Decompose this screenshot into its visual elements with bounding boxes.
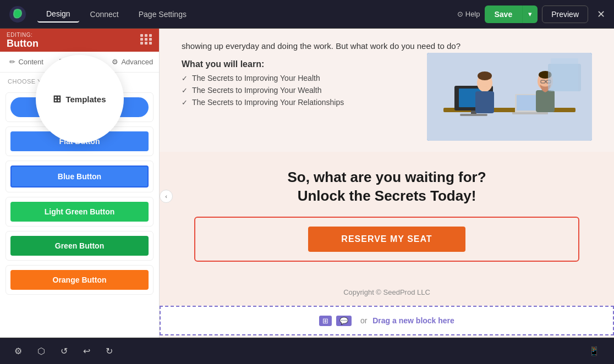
editing-name: Button	[7, 38, 39, 49]
check-icon-3: ✓	[182, 98, 188, 107]
orange-button[interactable]: Orange Button	[10, 270, 149, 290]
tab-advanced[interactable]: ⚙ Advanced	[106, 52, 159, 72]
cta-section: So, what are you waiting for? Unlock the…	[160, 152, 614, 278]
mobile-view-button[interactable]: 📱	[585, 343, 603, 360]
svg-rect-11	[475, 91, 494, 113]
redo-button[interactable]: ↻	[102, 343, 116, 360]
list-item: ✓ The Secrets to Improving Your Relation…	[182, 98, 410, 107]
edit-icon: ✏	[9, 58, 15, 66]
advanced-icon: ⚙	[112, 58, 118, 66]
body-text: showing up everyday and doing the work. …	[182, 40, 592, 53]
blue-button-item[interactable]: Blue Button	[6, 161, 154, 192]
canvas-footer: Copyright © SeedProd LLC	[160, 278, 614, 306]
tab-connect[interactable]: Connect	[81, 6, 128, 23]
check-icon-1: ✓	[182, 74, 188, 82]
editing-label: EDITING:	[7, 32, 39, 38]
undo-button[interactable]: ↩	[80, 343, 94, 360]
lightgreen-button[interactable]: Light Green Button	[10, 202, 149, 222]
bottom-toolbar: ⚙ ⬡ ↺ ↩ ↻ 📱	[0, 338, 614, 364]
save-btn-group: Save ▾	[485, 5, 538, 23]
list-item: ✓ The Secrets to Improving Your Health	[182, 74, 410, 82]
logo	[9, 5, 26, 23]
chat-icon-drop: 💬	[336, 316, 352, 326]
editing-header: EDITING: Button	[0, 29, 159, 52]
templates-overlay-label: Templates	[65, 95, 106, 104]
svg-rect-6	[460, 114, 487, 116]
side-image	[427, 53, 592, 141]
history-back-button[interactable]: ↺	[57, 343, 71, 360]
blue-button[interactable]: Blue Button	[10, 166, 149, 187]
green-button[interactable]: Green Button	[10, 236, 149, 256]
copyright-text: Copyright © SeedProd LLC	[343, 288, 430, 296]
nav-right: ⊙ Help Save ▾ Preview ✕	[457, 5, 605, 23]
content-row: What you will learn: ✓ The Secrets to Im…	[182, 53, 592, 141]
layers-button[interactable]: ⬡	[34, 343, 48, 360]
template-overlay-icon: ⊞	[53, 93, 61, 105]
canvas-area: ‹ showing up everyday and doing the work…	[160, 29, 614, 364]
check-icon-2: ✓	[182, 86, 188, 95]
svg-rect-15	[536, 90, 555, 112]
tab-design[interactable]: Design	[37, 6, 79, 23]
svg-point-13	[478, 71, 492, 80]
orange-button-item[interactable]: Orange Button	[6, 265, 154, 295]
nav-tabs: Design Connect Page Settings	[37, 6, 457, 23]
bottom-left-tools: ⚙ ⬡ ↺ ↩ ↻	[11, 343, 116, 360]
drop-zone[interactable]: ⊞ 💬 or Drag a new block here	[160, 306, 614, 335]
left-panel: EDITING: Button ✏ Content ⊞ Templates ⚙ …	[0, 29, 160, 364]
preview-button[interactable]: Preview	[542, 5, 588, 23]
check-list: ✓ The Secrets to Improving Your Health ✓…	[182, 74, 410, 107]
svg-rect-22	[551, 58, 578, 91]
content-top: showing up everyday and doing the work. …	[160, 29, 614, 152]
reserve-button[interactable]: RESERVE MY SEAT	[308, 227, 465, 252]
help-button[interactable]: ⊙ Help	[457, 10, 480, 18]
lightgreen-button-item[interactable]: Light Green Button	[6, 197, 154, 227]
collapse-handle[interactable]: ‹	[160, 190, 173, 203]
grid-icon-drop: ⊞	[319, 316, 332, 326]
save-dropdown-button[interactable]: ▾	[522, 5, 538, 23]
top-nav: Design Connect Page Settings ⊙ Help Save…	[0, 0, 614, 29]
svg-rect-9	[512, 112, 548, 114]
green-button-item[interactable]: Green Button	[6, 231, 154, 261]
list-item: ✓ The Secrets to Improving Your Wealth	[182, 86, 410, 95]
device-tools: 📱	[585, 343, 603, 360]
help-icon: ⊙	[457, 10, 463, 18]
content-left: What you will learn: ✓ The Secrets to Im…	[182, 53, 410, 110]
templates-overlay: ⊞ Templates	[36, 55, 124, 143]
tab-page-settings[interactable]: Page Settings	[130, 6, 195, 23]
templates-inner: ⊞ Templates	[53, 93, 106, 105]
drop-zone-text: ⊞ 💬 or Drag a new block here	[319, 316, 454, 325]
main-area: EDITING: Button ✏ Content ⊞ Templates ⚙ …	[0, 29, 614, 364]
tab-content[interactable]: ✏ Content	[0, 52, 53, 72]
drag-block-link[interactable]: Drag a new block here	[372, 316, 454, 325]
grid-icon	[140, 34, 152, 45]
save-button[interactable]: Save	[485, 5, 523, 23]
cta-box: RESERVE MY SEAT	[194, 217, 579, 262]
learn-title: What you will learn:	[182, 59, 410, 69]
settings-button[interactable]: ⚙	[11, 343, 25, 360]
close-button[interactable]: ✕	[597, 8, 605, 20]
cta-title: So, what are you waiting for? Unlock the…	[182, 168, 592, 206]
